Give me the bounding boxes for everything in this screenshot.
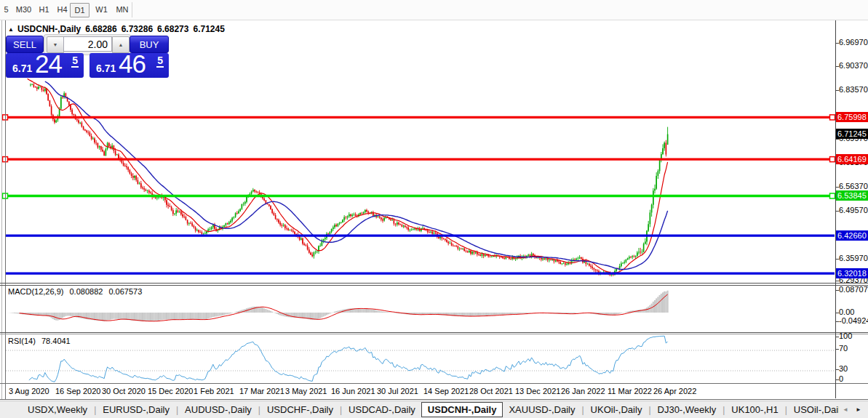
price-level-tag: 6.64169 (836, 154, 868, 164)
macd-axis-label: 0.087078 (839, 285, 868, 294)
chart-tab-ukoil-daily[interactable]: UKOil-,Daily (585, 402, 648, 417)
sell-price-base: 6.71 (12, 63, 32, 74)
line-handle[interactable] (830, 157, 835, 162)
low-value: 6.68273 (157, 24, 188, 34)
sell-price-display[interactable]: 6.71 24 5 (6, 53, 84, 78)
chart-tab-xauusd-daily[interactable]: XAUUSD-,Daily (503, 402, 581, 417)
macd-main-value: 0.080882 (69, 287, 103, 296)
sell-price-pip: 5 (71, 55, 79, 68)
sell-price-big: 24 (35, 49, 62, 79)
chart-tab-usdcnh-daily[interactable]: USDCNH-,Daily (421, 402, 503, 417)
price-axis-label: 6.35970 (839, 254, 868, 262)
buy-price-display[interactable]: 6.71 46 5 (89, 53, 169, 78)
macd-signal-value: 0.067573 (108, 287, 142, 296)
close-value: 6.71245 (193, 24, 224, 34)
tab-separator: | (94, 405, 96, 415)
collapse-icon[interactable]: ▲ (8, 26, 14, 33)
tab-scroll-left-button[interactable]: ◄ (839, 406, 852, 413)
price-axis-label: 6.90370 (839, 61, 868, 70)
chart-tab-usdchf-daily[interactable]: USDCHF-,Daily (261, 402, 339, 417)
chart-tab-eurusd-daily[interactable]: EURUSD-,Daily (97, 402, 175, 417)
tab-separator: | (258, 405, 260, 415)
line-handle[interactable] (830, 193, 835, 198)
rsi-line (29, 336, 668, 382)
chart-tab-usdcad-daily[interactable]: USDCAD-,Daily (343, 402, 421, 417)
price-axis-label: 6.96970 (839, 38, 868, 47)
symbol-period-label: USDCNH-,Daily (17, 24, 81, 34)
buy-price-base: 6.71 (96, 63, 116, 74)
line-handle[interactable] (830, 115, 835, 120)
price-level-tag: 6.32018 (836, 268, 868, 278)
volume-input[interactable] (63, 36, 112, 52)
tab-separator: | (785, 405, 787, 415)
price-axis-label: 6.49570 (839, 206, 868, 214)
price-level-tag: 6.53845 (836, 190, 868, 201)
buy-price-big: 46 (119, 49, 146, 79)
timeframe-button-w1[interactable]: W1 (93, 3, 110, 16)
tab-separator: | (648, 405, 650, 415)
rsi-axis-label: 0 (839, 374, 843, 383)
timeframe-button-h4[interactable]: H4 (54, 3, 71, 16)
open-value: 6.68286 (85, 24, 116, 34)
tab-separator: | (340, 405, 342, 415)
price-level-tag: 6.71245 (836, 129, 868, 139)
chart-tab-bar: USDX,Weekly|EURUSD-,Daily|AUDUSD-,Daily|… (0, 401, 868, 418)
price-level-tag: 6.75998 (836, 112, 868, 122)
timeframe-button-mn[interactable]: MN (112, 3, 132, 16)
timeframe-toolbar: 5M30H1H4D1W1MN (0, 0, 868, 20)
rsi-axis-label: 70 (839, 344, 848, 353)
price-axis[interactable]: 6.969706.903706.835706.699706.631706.563… (836, 0, 868, 398)
macd-name: MACD(12,26,9) (8, 287, 63, 296)
tab-separator: | (722, 405, 725, 415)
candlestick-series (30, 83, 668, 276)
price-level-tag: 6.42660 (836, 230, 868, 241)
chart-tab-usdx-weekly[interactable]: USDX,Weekly (22, 402, 93, 417)
tab-scroll-arrows: ◄ ► (839, 401, 868, 418)
macd-indicator-label: MACD(12,26,9) 0.080882 0.067573 (8, 287, 146, 296)
ma-fast-line (28, 79, 668, 273)
timeframe-button-h1[interactable]: H1 (36, 3, 52, 16)
rsi-axis-label: 100 (839, 331, 852, 340)
tab-separator: | (581, 405, 584, 415)
chart-tab-uk100-h1[interactable]: UK100-,H1 (725, 402, 784, 417)
ma-slow-line (45, 81, 668, 270)
rsi-indicator-label: RSI(14) 78.4041 (8, 337, 74, 345)
tab-separator: | (176, 405, 178, 415)
chart-tab-audusd-daily[interactable]: AUDUSD-,Daily (179, 402, 258, 417)
buy-price-pip: 5 (156, 55, 164, 68)
timeframe-button-m30[interactable]: M30 (12, 3, 35, 16)
timeframe-button-5[interactable]: 5 (1, 3, 11, 16)
high-value: 6.73286 (122, 24, 153, 34)
one-click-trading-panel: SELL ▼ ▲ BUY 6.71 24 5 6.71 46 5 (6, 34, 169, 78)
tab-scroll-right-button[interactable]: ► (852, 406, 865, 413)
timeframe-button-d1[interactable]: D1 (70, 3, 89, 17)
chart-title: ▲USDCNH-,Daily6.682866.732866.682736.712… (8, 24, 225, 34)
price-axis-label: 6.83570 (839, 85, 868, 94)
chart-tab-dj30-weekly[interactable]: DJ30-,Weekly (652, 402, 722, 417)
price-axis-label: 6.56370 (839, 182, 868, 190)
macd-axis-label: 0.00 (839, 308, 854, 316)
rsi-value: 78.4041 (41, 337, 71, 345)
rsi-axis-label: 30 (839, 364, 848, 373)
rsi-name: RSI(14) (8, 337, 36, 345)
macd-axis-label: -0.049247 (839, 316, 868, 325)
